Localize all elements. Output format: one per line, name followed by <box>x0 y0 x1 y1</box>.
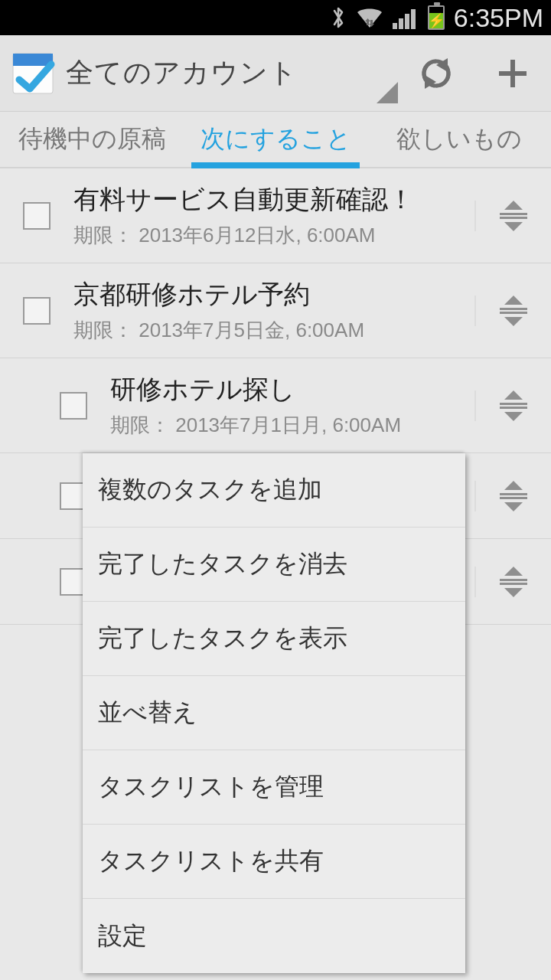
svg-rect-33 <box>500 583 527 585</box>
task-due: 期限： 2013年7月1日月, 6:00AM <box>110 412 474 439</box>
svg-marker-34 <box>504 588 523 597</box>
task-checkbox[interactable] <box>23 202 51 230</box>
svg-rect-20 <box>500 308 527 310</box>
tabs: 待機中の原稿 次にすること 欲しいもの <box>0 112 551 168</box>
svg-rect-4 <box>393 23 397 29</box>
task-due: 期限： 2013年6月12日水, 6:00AM <box>73 222 474 249</box>
status-bar: ⚡ 6:35PM <box>0 0 551 35</box>
menu-item-label: 並べ替え <box>98 696 197 730</box>
task-row[interactable]: 京都研修ホテル予約 期限： 2013年7月5日金, 6:00AM <box>0 263 551 358</box>
svg-rect-21 <box>500 312 527 314</box>
tab-label: 欲しいもの <box>396 122 522 156</box>
drag-handle[interactable] <box>474 296 551 326</box>
menu-settings[interactable]: 設定 <box>83 899 465 973</box>
task-checkbox[interactable] <box>23 297 51 325</box>
svg-marker-31 <box>504 567 523 576</box>
svg-rect-14 <box>499 71 527 76</box>
bluetooth-icon <box>330 5 347 31</box>
tab-label: 待機中の原稿 <box>18 122 166 156</box>
task-row[interactable]: 有料サービス自動更新確認！ 期限： 2013年6月12日水, 6:00AM <box>0 168 551 263</box>
svg-rect-28 <box>500 493 527 495</box>
svg-marker-22 <box>504 317 523 326</box>
tab-next[interactable]: 次にすること <box>184 112 367 167</box>
svg-marker-10 <box>377 82 398 103</box>
menu-share-list[interactable]: タスクリストを共有 <box>83 825 465 899</box>
drag-handle[interactable] <box>474 567 551 597</box>
svg-rect-29 <box>500 497 527 499</box>
signal-icon <box>393 6 419 29</box>
svg-marker-19 <box>504 296 523 305</box>
overflow-menu: 複数のタスクを追加 完了したタスクを消去 完了したタスクを表示 並べ替え タスク… <box>83 453 465 973</box>
battery-icon: ⚡ <box>428 5 445 30</box>
task-title: 研修ホテル探し <box>110 372 474 407</box>
svg-rect-24 <box>500 403 527 405</box>
svg-marker-18 <box>504 222 523 231</box>
task-title: 有料サービス自動更新確認！ <box>73 182 474 217</box>
spinner-caret-icon[interactable] <box>377 82 398 103</box>
menu-item-label: 複数のタスクを追加 <box>98 473 322 507</box>
task-due: 期限： 2013年7月5日金, 6:00AM <box>73 317 474 344</box>
svg-marker-30 <box>504 502 523 511</box>
menu-item-label: 完了したタスクを消去 <box>98 547 347 581</box>
drag-handle[interactable] <box>474 201 551 231</box>
svg-rect-16 <box>500 213 527 215</box>
svg-marker-26 <box>504 412 523 421</box>
tab-label: 次にすること <box>201 122 351 156</box>
wifi-icon <box>356 6 383 29</box>
svg-marker-27 <box>504 481 523 490</box>
app-icon[interactable] <box>0 35 66 112</box>
drag-handle[interactable] <box>474 481 551 511</box>
menu-add-multiple[interactable]: 複数のタスクを追加 <box>83 453 465 528</box>
menu-item-label: 設定 <box>98 920 147 953</box>
page-title[interactable]: 全てのアカウント <box>66 54 377 92</box>
task-checkbox[interactable] <box>60 392 87 420</box>
svg-rect-6 <box>405 14 409 29</box>
menu-item-label: タスクリストを管理 <box>98 770 324 804</box>
refresh-button[interactable] <box>398 35 474 112</box>
menu-item-label: タスクリストを共有 <box>98 844 324 878</box>
tab-pending[interactable]: 待機中の原稿 <box>0 112 184 167</box>
svg-rect-32 <box>500 579 527 581</box>
svg-rect-7 <box>411 9 416 29</box>
tab-wishlist[interactable]: 欲しいもの <box>367 112 551 167</box>
svg-rect-25 <box>500 407 527 409</box>
svg-rect-9 <box>13 54 53 66</box>
menu-item-label: 完了したタスクを表示 <box>98 622 347 655</box>
menu-clear-completed[interactable]: 完了したタスクを消去 <box>83 528 465 602</box>
status-time: 6:35PM <box>454 3 543 33</box>
drag-handle[interactable] <box>474 390 551 421</box>
svg-rect-17 <box>500 217 527 219</box>
menu-manage-lists[interactable]: タスクリストを管理 <box>83 750 465 825</box>
task-title: 京都研修ホテル予約 <box>73 277 474 312</box>
menu-show-completed[interactable]: 完了したタスクを表示 <box>83 602 465 676</box>
battery-charging-icon: ⚡ <box>428 14 445 28</box>
action-bar: 全てのアカウント <box>0 35 551 112</box>
task-row[interactable]: 研修ホテル探し 期限： 2013年7月1日月, 6:00AM <box>0 358 551 453</box>
svg-rect-5 <box>399 18 403 29</box>
svg-marker-15 <box>504 201 523 210</box>
add-button[interactable] <box>474 35 551 112</box>
svg-marker-23 <box>504 390 523 400</box>
menu-sort[interactable]: 並べ替え <box>83 676 465 750</box>
